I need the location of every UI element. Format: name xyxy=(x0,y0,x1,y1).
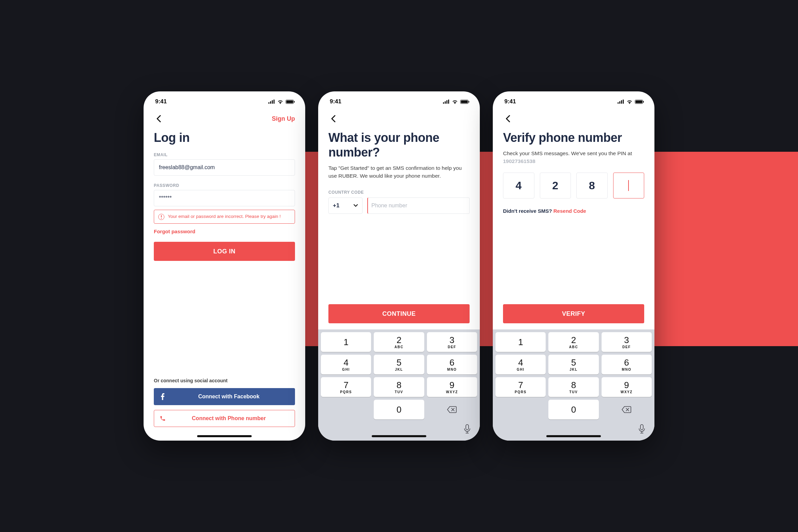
email-label: EMAIL xyxy=(154,152,295,157)
phone-button-label: Connect with Phone number xyxy=(175,415,293,422)
sent-to-number: 19027361538 xyxy=(503,158,535,164)
key-3[interactable]: 3DEF xyxy=(427,332,477,352)
key-1[interactable]: 1 xyxy=(496,332,546,352)
key-blank xyxy=(496,400,546,419)
screen-login: 9:41 Sign Up Log in EMAIL PASSWORD Your … xyxy=(144,91,305,441)
key-6[interactable]: 6MNO xyxy=(602,355,652,374)
login-button[interactable]: LOG IN xyxy=(154,242,295,261)
numeric-keypad: 12ABC3DEF4GHI5JKL6MNO7PQRS8TUV9WXYZ0 xyxy=(493,329,654,441)
screen-verify: 9:41 Verify phone number Check your SMS … xyxy=(493,91,654,441)
signup-link[interactable]: Sign Up xyxy=(272,115,295,122)
svg-rect-16 xyxy=(619,101,620,104)
key-5[interactable]: 5JKL xyxy=(374,355,424,374)
svg-rect-9 xyxy=(446,100,447,104)
page-subtitle: Tap "Get Started" to get an SMS confirma… xyxy=(328,164,470,180)
key-4[interactable]: 4GHI xyxy=(496,355,546,374)
social-label: Or connect using social account xyxy=(154,378,295,383)
key-8[interactable]: 8TUV xyxy=(374,377,424,397)
email-field[interactable] xyxy=(154,159,295,176)
key-9[interactable]: 9WXYZ xyxy=(602,377,652,397)
pin-digit-3[interactable]: 8 xyxy=(576,173,608,198)
status-bar: 9:41 xyxy=(493,91,654,112)
chevron-left-icon xyxy=(156,115,161,122)
country-code-value: +1 xyxy=(333,202,339,209)
key-4[interactable]: 4GHI xyxy=(321,355,371,374)
svg-rect-3 xyxy=(274,100,275,104)
key-2[interactable]: 2ABC xyxy=(374,332,424,352)
dictation-button[interactable] xyxy=(638,424,648,434)
continue-button[interactable]: CONTINUE xyxy=(328,304,470,323)
svg-rect-0 xyxy=(268,102,269,104)
key-9[interactable]: 9WXYZ xyxy=(427,377,477,397)
key-3[interactable]: 3DEF xyxy=(602,332,652,352)
phone-number-field[interactable] xyxy=(367,197,470,214)
backspace-key[interactable] xyxy=(602,400,652,419)
back-button[interactable] xyxy=(154,114,163,123)
chevron-down-icon xyxy=(353,204,358,207)
svg-rect-14 xyxy=(466,425,469,430)
page-subtitle: Check your SMS messages. We've sent you … xyxy=(503,150,644,165)
svg-rect-15 xyxy=(618,102,619,104)
dictation-button[interactable] xyxy=(463,424,473,434)
key-2[interactable]: 2ABC xyxy=(548,332,598,352)
resend-label: Didn't receive SMS? xyxy=(503,208,553,214)
svg-rect-20 xyxy=(636,100,642,103)
pin-digit-4[interactable] xyxy=(613,173,645,198)
svg-rect-5 xyxy=(286,100,293,103)
cursor xyxy=(628,180,629,191)
home-indicator xyxy=(546,435,601,437)
backspace-icon xyxy=(447,406,457,413)
back-button[interactable] xyxy=(328,114,338,123)
facebook-connect-button[interactable]: Connect with Facebook xyxy=(154,388,295,405)
verify-button[interactable]: VERIFY xyxy=(503,304,644,323)
resend-code-link[interactable]: Resend Code xyxy=(553,208,586,214)
error-text: Your email or password are incorrect. Pl… xyxy=(168,213,281,220)
key-8[interactable]: 8TUV xyxy=(548,377,598,397)
wifi-icon xyxy=(277,100,283,104)
battery-icon xyxy=(460,100,470,104)
pin-digit-2[interactable]: 2 xyxy=(540,173,571,198)
key-7[interactable]: 7PQRS xyxy=(321,377,371,397)
backspace-icon xyxy=(621,406,632,413)
status-time: 9:41 xyxy=(155,98,167,105)
svg-rect-7 xyxy=(443,102,444,104)
pin-inputs: 428 xyxy=(503,173,644,198)
home-indicator xyxy=(197,435,252,437)
svg-rect-13 xyxy=(469,101,469,103)
signal-icon xyxy=(443,100,450,104)
key-7[interactable]: 7PQRS xyxy=(496,377,546,397)
facebook-icon xyxy=(155,389,169,404)
phone-connect-button[interactable]: Connect with Phone number xyxy=(154,410,295,427)
phone-icon xyxy=(156,411,170,426)
signal-icon xyxy=(268,100,275,104)
svg-rect-17 xyxy=(621,100,622,104)
backspace-key[interactable] xyxy=(427,400,477,419)
home-indicator xyxy=(372,435,426,437)
status-bar: 9:41 xyxy=(144,91,305,112)
key-0[interactable]: 0 xyxy=(374,400,424,419)
password-field[interactable] xyxy=(154,190,295,206)
key-5[interactable]: 5JKL xyxy=(548,355,598,374)
svg-rect-1 xyxy=(270,101,271,104)
svg-rect-21 xyxy=(643,101,644,103)
key-6[interactable]: 6MNO xyxy=(427,355,477,374)
chevron-left-icon xyxy=(331,115,336,122)
error-message: Your email or password are incorrect. Pl… xyxy=(154,210,295,224)
page-title: What is your phone number? xyxy=(328,130,470,160)
battery-icon xyxy=(285,100,295,104)
password-label: PASSWORD xyxy=(154,183,295,188)
country-code-select[interactable]: +1 xyxy=(328,197,363,214)
key-1[interactable]: 1 xyxy=(321,332,371,352)
alert-icon xyxy=(158,214,164,220)
svg-rect-6 xyxy=(294,101,295,103)
key-0[interactable]: 0 xyxy=(548,400,598,419)
back-button[interactable] xyxy=(503,114,513,123)
numeric-keypad: 12ABC3DEF4GHI5JKL6MNO7PQRS8TUV9WXYZ0 xyxy=(318,329,480,441)
microphone-icon xyxy=(638,424,646,434)
svg-rect-8 xyxy=(445,101,446,104)
facebook-button-label: Connect with Facebook xyxy=(174,394,294,400)
status-bar: 9:41 xyxy=(318,91,480,112)
forgot-password-link[interactable]: Forgot password xyxy=(154,228,295,234)
svg-rect-22 xyxy=(640,425,643,430)
pin-digit-1[interactable]: 4 xyxy=(503,173,534,198)
